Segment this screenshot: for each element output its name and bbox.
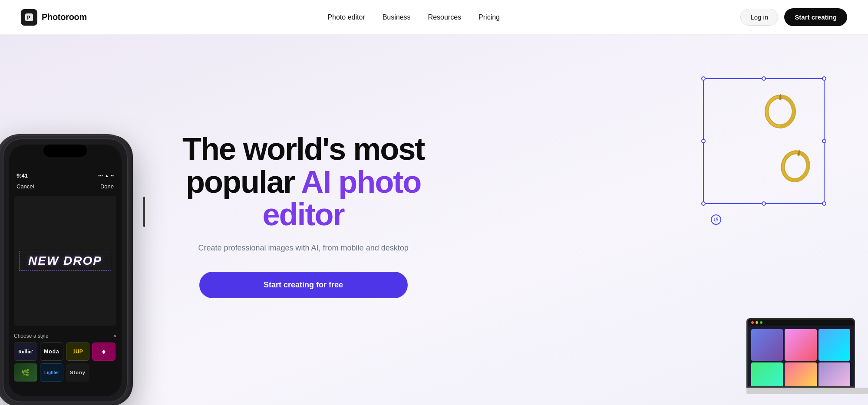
- nav-item-photo-editor[interactable]: Photo editor: [327, 13, 365, 21]
- nav-item-resources[interactable]: Resources: [428, 13, 461, 21]
- phone-time: 9:41: [17, 172, 28, 179]
- earring-selection-frame: ↺: [703, 78, 825, 204]
- wifi-icon: ▲: [105, 173, 109, 178]
- start-creating-button[interactable]: Start creating: [784, 8, 847, 26]
- earring-item-1: [759, 92, 802, 131]
- signal-icon: ▪▪▪: [98, 173, 103, 178]
- svg-text:P: P: [26, 14, 30, 21]
- phone-top-bar: Cancel Done: [9, 181, 122, 192]
- phone-done-label[interactable]: Done: [100, 183, 114, 190]
- phone-status-icons: ▪▪▪ ▲ ▪▪: [98, 173, 114, 178]
- logo-icon: P: [21, 9, 37, 26]
- style-option-5[interactable]: 🌿: [14, 363, 37, 382]
- earring-svg-2: [776, 147, 815, 186]
- phone-style-options-row2: 🌿 Lighter Stony: [14, 363, 116, 382]
- handle-middle-right[interactable]: [822, 139, 826, 143]
- phone-mockup: 9:41 ▪▪▪ ▲ ▪▪ Cancel Done NE: [0, 136, 152, 405]
- laptop-base: [746, 388, 868, 394]
- phone-notch: [43, 145, 87, 157]
- handle-top-left[interactable]: [701, 76, 706, 81]
- style-option-4[interactable]: ♦: [92, 342, 116, 361]
- handle-top-middle[interactable]: [762, 76, 766, 81]
- phone-screen: 9:41 ▪▪▪ ▲ ▪▪ Cancel Done NE: [9, 145, 122, 396]
- phone-wrapper: 9:41 ▪▪▪ ▲ ▪▪ Cancel Done NE: [0, 136, 139, 405]
- handle-top-right[interactable]: [822, 76, 826, 81]
- laptop-dot-expand: [760, 321, 762, 324]
- phone-style-panel: Choose a style × Rollin' Moda 1UP ♦ 🌿 Li…: [9, 329, 122, 385]
- style-option-moda[interactable]: Moda: [40, 342, 63, 361]
- laptop-screen: [746, 318, 855, 388]
- earring-svg-1: [759, 92, 802, 131]
- battery-icon: ▪▪: [111, 173, 114, 178]
- laptop-thumbnail-1: [751, 329, 783, 361]
- close-style-panel[interactable]: ×: [113, 333, 116, 339]
- hero-section: 9:41 ▪▪▪ ▲ ▪▪ Cancel Done NE: [0, 35, 868, 405]
- phone-body: 9:41 ▪▪▪ ▲ ▪▪ Cancel Done NE: [0, 136, 130, 405]
- choose-style-label: Choose a style: [14, 333, 48, 339]
- handle-bottom-middle[interactable]: [762, 201, 766, 206]
- laptop-thumbnail-3: [818, 329, 850, 361]
- hero-title-line3: editor: [263, 197, 344, 232]
- handle-bottom-left[interactable]: [701, 201, 706, 206]
- brand-logo[interactable]: P Photoroom: [21, 9, 87, 26]
- style-option-6[interactable]: Lighter: [40, 363, 63, 382]
- phone-text-overlay: NEW DROP: [19, 251, 111, 271]
- nav-item-pricing[interactable]: Pricing: [479, 13, 500, 21]
- phone-style-options-row1: Rollin' Moda 1UP ♦: [14, 342, 116, 361]
- nav-item-business[interactable]: Business: [383, 13, 411, 21]
- phone-image-area: NEW DROP: [14, 196, 116, 326]
- hero-content: The world's most popular AI photo editor…: [174, 107, 433, 333]
- handle-bottom-right[interactable]: [822, 201, 826, 206]
- rotate-handle[interactable]: ↺: [711, 214, 721, 225]
- style-option-1up[interactable]: 1UP: [66, 342, 89, 361]
- phone-button-power: [143, 197, 145, 227]
- handle-middle-left[interactable]: [701, 139, 706, 143]
- hero-title-highlight: AI photo: [301, 165, 421, 199]
- laptop-thumbnail-5: [785, 362, 816, 388]
- laptop-screen-content: [748, 326, 854, 388]
- laptop-dot-close: [751, 321, 754, 324]
- hero-title-line2: popular AI photo: [186, 165, 421, 199]
- style-option-7[interactable]: Stony: [66, 363, 89, 382]
- phone-cancel-label[interactable]: Cancel: [17, 183, 34, 190]
- earring-frame-container: ↺: [703, 78, 842, 221]
- login-button[interactable]: Log in: [740, 9, 778, 26]
- laptop-thumbnail-6: [818, 362, 850, 388]
- cta-button[interactable]: Start creating for free: [199, 272, 408, 298]
- hero-title: The world's most popular AI photo editor: [182, 133, 424, 231]
- brand-name: Photoroom: [42, 12, 87, 22]
- hero-title-line1: The world's most: [182, 132, 424, 166]
- earring-item-2: [776, 147, 815, 186]
- style-option-rollin[interactable]: Rollin': [14, 342, 37, 361]
- laptop-thumbnail-2: [785, 329, 816, 361]
- main-nav: Photo editor Business Resources Pricing: [327, 13, 500, 21]
- laptop-dot-minimize: [756, 321, 758, 324]
- laptop-thumbnail-4: [751, 362, 783, 388]
- navbar-actions: Log in Start creating: [740, 8, 847, 26]
- navbar: P Photoroom Photo editor Business Resour…: [0, 0, 868, 35]
- phone-style-header: Choose a style ×: [14, 333, 116, 339]
- laptop-screen-header: [748, 319, 854, 326]
- hero-subtitle: Create professional images with AI, from…: [182, 242, 424, 254]
- laptop-mockup: [746, 318, 868, 405]
- phone-status-bar: 9:41 ▪▪▪ ▲ ▪▪: [9, 169, 122, 181]
